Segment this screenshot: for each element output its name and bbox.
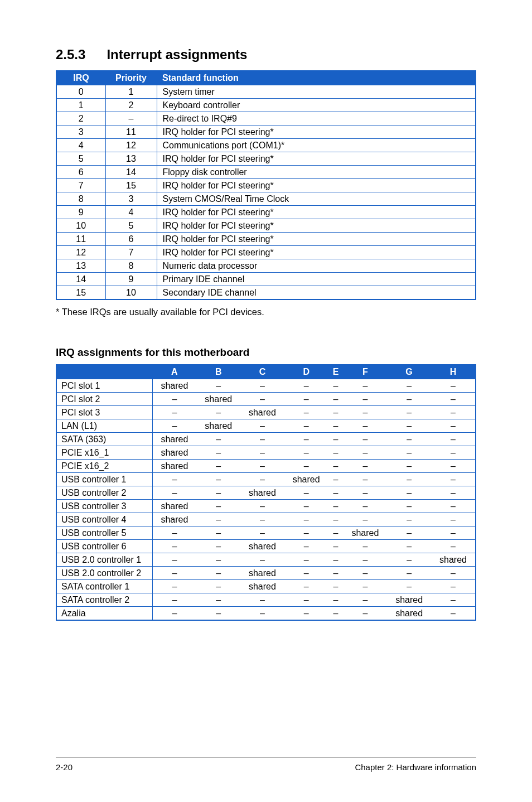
table-cell: – [387, 419, 431, 433]
table-cell: – [152, 540, 196, 553]
table-cell: shared [152, 500, 196, 513]
table-cell: – [431, 567, 476, 580]
irq-footnote: * These IRQs are usually available for P… [56, 307, 476, 317]
table-cell: shared [152, 379, 196, 393]
table-cell: – [344, 433, 388, 446]
table-cell: – [240, 553, 284, 567]
row-label: SATA (363) [56, 433, 152, 446]
table-cell: 8 [56, 192, 105, 206]
table-cell: – [240, 460, 284, 473]
table-cell: – [240, 393, 284, 406]
assign-header-cell: E [328, 365, 344, 379]
table-cell: 5 [56, 152, 105, 166]
table-cell: 7 [56, 179, 105, 192]
table-cell: IRQ holder for PCI steering* [157, 233, 476, 246]
table-cell: – [196, 540, 240, 553]
table-cell: – [240, 607, 284, 621]
table-cell: Re-direct to IRQ#9 [157, 112, 476, 125]
assign-header-cell: F [344, 365, 388, 379]
table-cell: – [152, 406, 196, 419]
table-cell: Keyboard controller [157, 99, 476, 112]
irq-header-irq: IRQ [56, 71, 105, 85]
table-cell: – [152, 473, 196, 486]
table-cell: – [152, 567, 196, 580]
table-cell: 1 [105, 85, 157, 99]
table-cell: 14 [56, 273, 105, 286]
table-cell: 8 [105, 259, 157, 273]
table-cell: – [284, 540, 328, 553]
table-cell: 4 [56, 139, 105, 152]
table-cell: – [196, 406, 240, 419]
table-cell: shared [387, 593, 431, 607]
table-cell: 11 [105, 125, 157, 139]
table-cell: shared [240, 406, 284, 419]
table-cell: – [344, 553, 388, 567]
table-cell: – [196, 433, 240, 446]
table-cell: – [431, 393, 476, 406]
table-cell: – [344, 379, 388, 393]
table-cell: – [284, 593, 328, 607]
table-cell: – [387, 500, 431, 513]
table-cell: 15 [105, 179, 157, 192]
page-footer: 2-20 Chapter 2: Hardware information [56, 757, 476, 772]
table-cell: – [196, 593, 240, 607]
table-cell: – [344, 607, 388, 621]
table-cell: – [284, 553, 328, 567]
table-row: USB controller 3shared––––––– [56, 500, 476, 513]
table-cell: 9 [56, 206, 105, 219]
table-row: USB controller 5–––––shared–– [56, 526, 476, 540]
table-cell: IRQ holder for PCI steering* [157, 219, 476, 233]
row-label: LAN (L1) [56, 419, 152, 433]
table-cell: – [240, 500, 284, 513]
table-cell: – [431, 607, 476, 621]
table-cell: – [152, 553, 196, 567]
table-cell: – [284, 460, 328, 473]
table-cell: – [431, 379, 476, 393]
table-row: PCI slot 2–shared–––––– [56, 393, 476, 406]
table-cell: – [284, 406, 328, 419]
table-cell: IRQ holder for PCI steering* [157, 152, 476, 166]
table-cell: 13 [105, 152, 157, 166]
table-cell: – [344, 593, 388, 607]
row-label: PCI slot 2 [56, 393, 152, 406]
table-cell: – [328, 446, 344, 460]
table-cell: – [196, 607, 240, 621]
table-cell: 14 [105, 166, 157, 179]
table-row: 1510Secondary IDE channel [56, 286, 476, 300]
table-cell: – [344, 406, 388, 419]
section-heading: 2.5.3 Interrupt assignments [56, 47, 476, 62]
table-cell: – [387, 393, 431, 406]
table-cell: shared [431, 553, 476, 567]
table-cell: 0 [56, 85, 105, 99]
table-cell: shared [344, 526, 388, 540]
table-cell: – [196, 553, 240, 567]
table-cell: – [387, 553, 431, 567]
table-cell: – [328, 593, 344, 607]
table-cell: shared [152, 460, 196, 473]
table-cell: – [196, 567, 240, 580]
row-label: PCIE x16_1 [56, 446, 152, 460]
table-cell: – [431, 446, 476, 460]
table-cell: shared [152, 433, 196, 446]
table-cell: – [240, 379, 284, 393]
row-label: USB controller 4 [56, 513, 152, 526]
table-cell: – [328, 473, 344, 486]
table-cell: – [328, 419, 344, 433]
table-row: 149Primary IDE channel [56, 273, 476, 286]
table-row: 105IRQ holder for PCI steering* [56, 219, 476, 233]
table-cell: 9 [105, 273, 157, 286]
table-cell: 2 [56, 112, 105, 125]
table-cell: – [328, 433, 344, 446]
table-cell: – [328, 393, 344, 406]
table-cell: – [196, 379, 240, 393]
row-label: USB controller 5 [56, 526, 152, 540]
table-cell: shared [196, 419, 240, 433]
table-cell: Numeric data processor [157, 259, 476, 273]
table-cell: 4 [105, 206, 157, 219]
table-cell: – [344, 500, 388, 513]
table-cell: – [105, 112, 157, 125]
table-cell: System timer [157, 85, 476, 99]
table-cell: – [387, 567, 431, 580]
table-cell: shared [152, 513, 196, 526]
irq-table: IRQ Priority Standard function 01System … [56, 70, 476, 300]
